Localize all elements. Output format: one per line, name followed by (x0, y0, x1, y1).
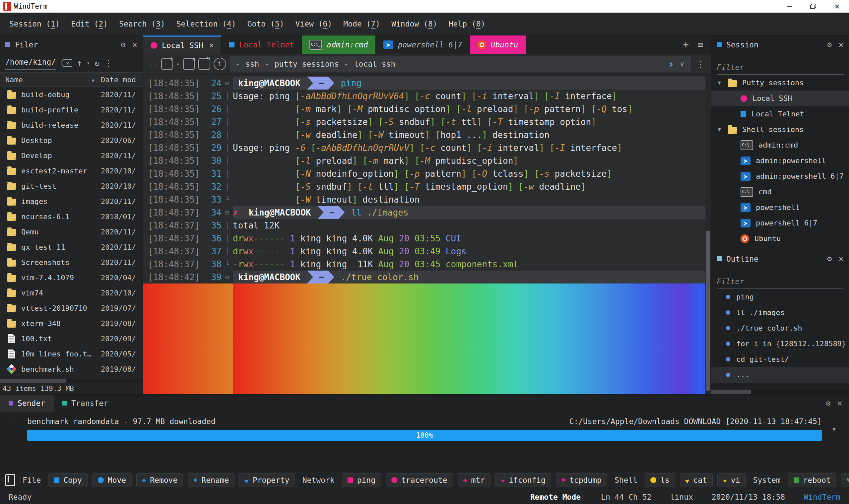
outline-item[interactable]: ./true_color.sh (711, 320, 849, 336)
file-row[interactable]: qx_test_112020/11/ (0, 239, 143, 255)
filer-close-icon[interactable]: × (132, 40, 137, 50)
menu-item-window[interactable]: Window (8) (388, 18, 441, 30)
ping-button[interactable]: ping (342, 473, 381, 487)
outline-settings-icon[interactable]: ⚙ (827, 254, 832, 264)
close-button[interactable]: × (825, 0, 849, 13)
menu-item-mode[interactable]: Mode (7) (340, 18, 383, 30)
expander-icon[interactable]: ▼ (716, 126, 723, 133)
cat-button[interactable]: ▶cat (680, 473, 713, 487)
file-row[interactable]: vttest-201907102019/07/ (0, 301, 143, 316)
expander-icon[interactable]: ▼ (716, 79, 723, 86)
file-row[interactable]: benchmark.sh2019/08/ (0, 361, 143, 377)
clear-path-icon[interactable]: × (60, 59, 72, 67)
column-name[interactable]: Name▲ (0, 76, 97, 84)
file-row[interactable]: ncurses-6.12018/01/ (0, 209, 143, 224)
outline-item[interactable]: ping (711, 289, 849, 305)
traceroute-button[interactable]: traceroute (386, 473, 453, 487)
tab-local-ssh[interactable]: Local SSH× (143, 35, 221, 54)
breadcrumb-go-icon[interactable]: › (668, 58, 674, 70)
transfer-settings-icon[interactable]: ⚙ (826, 399, 830, 408)
outline-item[interactable]: ... (711, 367, 849, 383)
move-button[interactable]: Move (92, 473, 132, 487)
reboot-button[interactable]: reboot (788, 473, 836, 487)
new-tab-icon[interactable] (161, 58, 173, 70)
menu-item-view[interactable]: View (6) (292, 18, 336, 30)
restore-button[interactable] (801, 0, 825, 13)
file-row[interactable]: build-profile2020/11/ (0, 102, 143, 118)
outline-item[interactable]: cd git-test/ (711, 352, 849, 367)
outline-horizontal-scrollbar[interactable] (711, 390, 849, 394)
menu-item-goto[interactable]: Goto (5) (244, 18, 288, 30)
terminal-more-icon[interactable]: ⋮ (694, 59, 707, 69)
status-mode[interactable]: Remote Mode (530, 492, 582, 502)
vi-button[interactable]: ★vi (717, 473, 746, 487)
up-directory-button[interactable]: ↑ (77, 58, 82, 68)
outline-close-icon[interactable]: × (838, 254, 844, 264)
terminal-output[interactable]: [18:48:35]24⊟king@MACBOOK~ping[18:48:35]… (143, 75, 711, 394)
session-item-powershell[interactable]: ≻powershell (711, 200, 849, 215)
tab-transfer[interactable]: Transfer (54, 395, 117, 412)
menu-item-session[interactable]: Session (1) (6, 18, 63, 30)
breadcrumb-item[interactable]: ssh (246, 60, 259, 68)
fold-marker[interactable]: ⊟ (221, 273, 233, 281)
file-row[interactable]: vim742020/10/ (0, 285, 143, 301)
crontab-button[interactable]: ♥crontab (841, 473, 849, 487)
remove-button[interactable]: ✤Remove (136, 473, 183, 487)
terminal-scrollbar[interactable] (705, 75, 711, 394)
column-date-modified[interactable]: Date mod (97, 76, 143, 84)
transfer-dropdown-icon[interactable]: ▼ (828, 417, 840, 441)
file-row[interactable]: git-test2020/10/ (0, 178, 143, 194)
filer-settings-icon[interactable]: ⚙ (121, 40, 125, 50)
breadcrumb-item[interactable]: local ssh (354, 60, 396, 68)
status-os[interactable]: linux (670, 493, 693, 501)
transfer-close-icon[interactable]: × (837, 398, 842, 408)
new-session-button[interactable]: + (680, 39, 691, 50)
terminal-scrollbar-thumb[interactable] (706, 231, 710, 391)
tab-list-menu-icon[interactable]: ≡ (695, 39, 706, 50)
file-row[interactable]: build-release2020/11/ (0, 118, 143, 133)
session-item-admin-powershell-6-7[interactable]: ≻admin:powershell 6|7 (711, 168, 849, 184)
breadcrumb-item[interactable]: putty sessions (275, 60, 339, 68)
status-cursor-position[interactable]: Ln 44 Ch 52 (601, 493, 651, 501)
filer-horizontal-scrollbar[interactable] (0, 379, 143, 383)
session-item-shell-sessions[interactable]: ▼Shell sessions (711, 122, 849, 137)
mtr-button[interactable]: ✤mtr (458, 473, 491, 487)
menu-item-help[interactable]: Help (0) (446, 18, 489, 30)
copy-button[interactable]: Copy (48, 473, 87, 487)
fold-marker[interactable]: ⊟ (221, 209, 233, 217)
menu-item-selection[interactable]: Selection (4) (173, 18, 239, 30)
ls-button[interactable]: ls (645, 473, 675, 487)
session-item-ubuntu[interactable]: Ubuntu (711, 231, 849, 246)
session-item-powershell-6-7[interactable]: ≻powershell 6|7 (711, 215, 849, 231)
reopen-tab-icon[interactable] (198, 58, 210, 70)
tab-local-telnet[interactable]: Local Telnet (221, 35, 302, 54)
tab-close-icon[interactable]: × (209, 41, 214, 49)
outline-item[interactable]: for i in {128512..128589} (711, 336, 849, 352)
file-row[interactable]: Screenshots2020/11/ (0, 255, 143, 270)
up-directory-dropdown-icon[interactable]: ▾ (87, 60, 90, 66)
session-item-admin-cmd[interactable]: C:\_admin:cmd (711, 137, 849, 153)
toolbar-grip-icon[interactable]: ⋮⋮ (147, 60, 158, 68)
minimize-button[interactable] (777, 0, 801, 13)
file-row[interactable]: Develop2020/11/ (0, 148, 143, 163)
outline-filter-input[interactable]: Filter (717, 268, 844, 289)
file-row[interactable]: 100.txt2020/09/ (0, 331, 143, 346)
breadcrumb-dropdown-icon[interactable]: ∨ (680, 60, 684, 68)
session-close-icon[interactable]: × (838, 40, 844, 50)
path-input[interactable]: /home/king/ (5, 56, 56, 70)
session-item-local-telnet[interactable]: Local Telnet (711, 106, 849, 122)
rename-button[interactable]: ♦Rename (188, 473, 234, 487)
tcpdump-button[interactable]: ⚑tcpdump (556, 473, 607, 487)
ifconfig-button[interactable]: ★ifconfig (495, 473, 551, 487)
file-row[interactable]: 10m_lines_foo.t…2020/05/ (0, 346, 143, 361)
transfer-item[interactable]: benchmark_randomdata - 97.7 MB downloade… (0, 412, 849, 441)
refresh-icon[interactable]: ↻ (94, 58, 100, 68)
file-row[interactable]: xterm-3482019/08/ (0, 316, 143, 331)
info-icon[interactable]: i (214, 58, 226, 70)
tab-admin-cmd[interactable]: C:\_admin:cmd (302, 35, 376, 54)
tab-powershell-6-7[interactable]: ≻powershell 6|7 (376, 35, 470, 54)
file-row[interactable]: esctest2-master2020/10/ (0, 163, 143, 178)
session-item-admin-powershell[interactable]: ≻admin:powershell (711, 153, 849, 168)
file-row[interactable]: vim-7.4.10792020/04/ (0, 270, 143, 285)
menu-item-edit[interactable]: Edit (2) (68, 18, 111, 30)
